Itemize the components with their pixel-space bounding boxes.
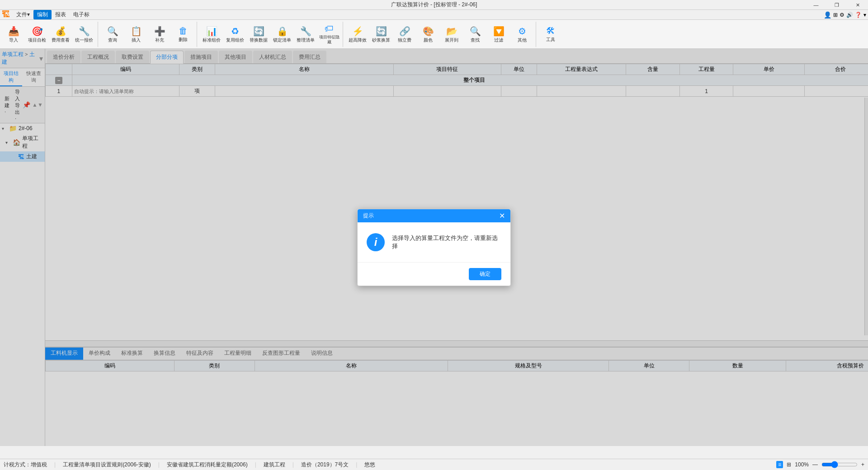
dialog-overlay: 提示 ✕ i 选择导入的算量工程文件为空，请重新选择 确定 — [0, 49, 868, 446]
query-label: 查询 — [108, 38, 117, 43]
uniform-quote-button[interactable]: 🔧 统一报价 — [72, 23, 96, 46]
zoom-in-btn[interactable]: + — [861, 461, 864, 468]
import-label: 导入 — [9, 38, 18, 43]
tile-view-icon[interactable]: ⊞ — [787, 461, 791, 468]
filter-button[interactable]: 🔽 过滤 — [487, 23, 510, 46]
reuse-pricing-icon: ♻ — [231, 26, 239, 37]
reuse-pricing-button[interactable]: ♻ 复用组价 — [223, 23, 247, 46]
feature-hide-icon: 🏷 — [325, 24, 334, 34]
overhead-button[interactable]: ⚡ 超高降效 — [346, 23, 369, 46]
lock-list-icon: 🔒 — [277, 26, 288, 37]
menu-bar: 🏗 文件▾ 编制 报表 电子标 👤 ⊞ ⚙ 🔊 ❓ ▾ — [0, 10, 868, 20]
replace-data-button[interactable]: 🔄 替换数据 — [247, 23, 270, 46]
feature-hide-button[interactable]: 🏷 项目特征隐藏 — [317, 23, 341, 46]
toolbar-group-edit: 🔍 查询 📋 插入 ➕ 补充 🗑 删除 — [101, 22, 197, 47]
menu-extra: ▾ — [863, 12, 866, 18]
zoom-out-btn[interactable]: — — [812, 461, 818, 468]
menu-file[interactable]: 文件▾ — [13, 10, 33, 19]
standalone-fee-button[interactable]: 🔗 独立费 — [393, 23, 416, 46]
supplement-label: 补充 — [155, 38, 164, 43]
maximize-button[interactable]: ❐ — [826, 0, 847, 10]
delete-button[interactable]: 🗑 删除 — [171, 23, 195, 46]
expand-to-icon: 📂 — [446, 26, 458, 37]
query-icon: 🔍 — [107, 26, 118, 37]
uniform-quote-icon: 🔧 — [79, 26, 90, 37]
self-check-label: 项目自检 — [28, 38, 46, 43]
self-check-button[interactable]: 🎯 项目自检 — [25, 23, 49, 46]
tax-method: 计税方式：增值税 — [4, 461, 47, 469]
import-button[interactable]: 📥 导入 — [2, 23, 25, 46]
expand-to-button[interactable]: 📂 展开到 — [440, 23, 463, 46]
window-title: 广联达预算计价 - [投标管理 - 2#-06] — [391, 1, 477, 9]
uniform-quote-label: 统一报价 — [75, 38, 93, 43]
query-button[interactable]: 🔍 查询 — [101, 23, 124, 46]
zoom-slider[interactable] — [821, 461, 858, 468]
dialog-message: 选择导入的算量工程文件为空，请重新选择 — [392, 234, 501, 250]
filter-icon: 🔽 — [493, 26, 505, 37]
overhead-icon: ⚡ — [352, 26, 363, 37]
toolbar-group-util: 🛠 工具 — [539, 22, 564, 47]
find-icon: 🔍 — [470, 26, 481, 37]
quota-standard: 安徽省建筑工程消耗量定额(2006) — [167, 461, 248, 469]
minimize-button[interactable]: — — [806, 0, 826, 10]
status-bar: 计税方式：增值税 | 工程量清单项目设置规则(2006-安徽) | 安徽省建筑工… — [0, 459, 868, 470]
menu-report[interactable]: 报表 — [52, 10, 70, 19]
fee-view-label: 费用查看 — [52, 38, 70, 43]
toolbar-group-tools: ⚡ 超高降效 🔄 砂浆换算 🔗 独立费 🎨 颜色 📂 展开到 🔍 查找 🔽 过滤 — [346, 22, 536, 47]
dialog-body: i 选择导入的算量工程文件为空，请重新选择 — [358, 222, 510, 262]
menu-edit[interactable]: 编制 — [33, 10, 52, 19]
price-file: 造价（2019）7号文 — [301, 461, 349, 469]
title-bar: 广联达预算计价 - [投标管理 - 2#-06] — ❐ ✕ — [0, 0, 868, 10]
menu-digital[interactable]: 电子标 — [70, 10, 93, 19]
utility-icon: 🛠 — [546, 26, 555, 36]
toolbar-group-import: 📥 导入 🎯 项目自检 💰 费用查看 🔧 统一报价 — [2, 22, 98, 47]
utility-button[interactable]: 🛠 工具 — [539, 23, 562, 46]
supplement-button[interactable]: ➕ 补充 — [148, 23, 171, 46]
dialog-title-text: 提示 — [363, 212, 374, 220]
other-icon: ⚙ — [518, 26, 526, 37]
delete-icon: 🗑 — [179, 26, 188, 36]
dialog-title-bar: 提示 ✕ — [358, 209, 510, 222]
layout-icon: ⊞ — [833, 12, 838, 18]
dialog-box: 提示 ✕ i 选择导入的算量工程文件为空，请重新选择 确定 — [357, 209, 511, 286]
qty-rule: 工程量清单项目设置规则(2006-安徽) — [63, 461, 151, 469]
fee-view-icon: 💰 — [55, 26, 66, 37]
fee-view-button[interactable]: 💰 费用查看 — [49, 23, 72, 46]
mortar-icon: 🔄 — [376, 26, 387, 37]
project-type: 建筑工程 — [264, 461, 285, 469]
dialog-info-icon: i — [367, 233, 385, 251]
self-check-icon: 🎯 — [32, 26, 43, 37]
close-button[interactable]: ✕ — [847, 0, 868, 10]
lock-list-button[interactable]: 🔒 锁定清单 — [270, 23, 294, 46]
company-name: 悠悠 — [364, 461, 375, 469]
insert-button[interactable]: 📋 插入 — [124, 23, 148, 46]
grid-view-icon[interactable]: ≡ — [776, 461, 783, 468]
organize-list-icon: 🔧 — [300, 26, 311, 37]
organize-list-button[interactable]: 🔧 整理清单 — [294, 23, 317, 46]
title-bar-controls: — ❐ ✕ — [806, 0, 868, 10]
settings-icon: ⚙ — [840, 12, 844, 18]
zoom-level: 100% — [795, 461, 809, 468]
find-button[interactable]: 🔍 查找 — [463, 23, 487, 46]
other-button[interactable]: ⚙ 其他 — [510, 23, 534, 46]
standalone-fee-icon: 🔗 — [399, 26, 410, 37]
dialog-close-button[interactable]: ✕ — [499, 212, 505, 220]
insert-icon: 📋 — [131, 26, 142, 37]
delete-label: 删除 — [179, 37, 188, 42]
mortar-button[interactable]: 🔄 砂浆换算 — [369, 23, 393, 46]
volume-icon: 🔊 — [846, 12, 853, 18]
supplement-icon: ➕ — [154, 26, 165, 37]
replace-data-icon: 🔄 — [253, 26, 264, 37]
insert-label: 插入 — [132, 38, 141, 43]
dialog-footer: 确定 — [358, 262, 510, 286]
user-icon: 👤 — [824, 11, 831, 19]
help-icon: ❓ — [855, 12, 862, 18]
status-right: ≡ ⊞ 100% — + — [776, 461, 864, 468]
color-icon: 🎨 — [423, 26, 434, 37]
dialog-ok-button[interactable]: 确定 — [469, 268, 501, 280]
toolbar-group-quota: 📊 标准组价 ♻ 复用组价 🔄 替换数据 🔒 锁定清单 🔧 整理清单 🏷 项目特… — [200, 22, 343, 47]
color-button[interactable]: 🎨 颜色 — [416, 23, 440, 46]
toolbar: 📥 导入 🎯 项目自检 💰 费用查看 🔧 统一报价 🔍 查询 📋 插入 ➕ 补充 — [0, 20, 868, 49]
import-icon: 📥 — [8, 26, 19, 37]
std-pricing-button[interactable]: 📊 标准组价 — [200, 23, 223, 46]
